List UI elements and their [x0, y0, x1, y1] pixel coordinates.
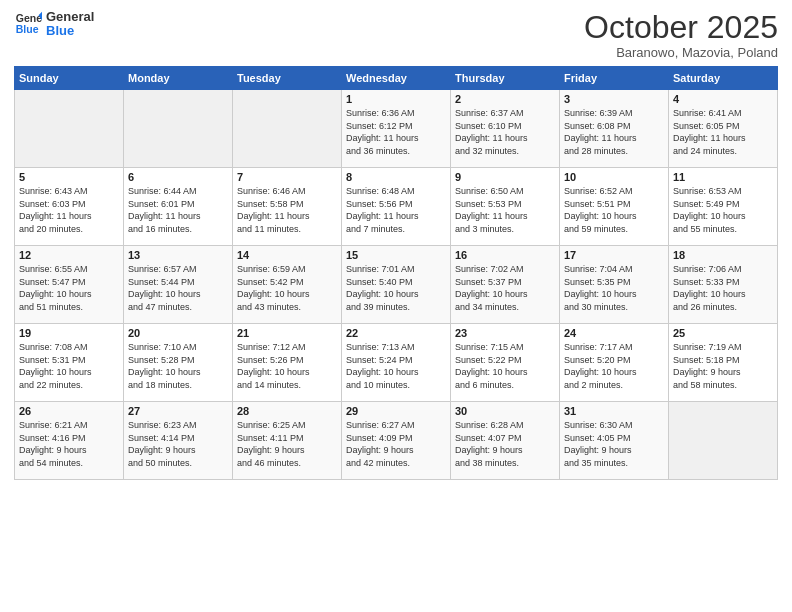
day-number: 1	[346, 93, 446, 105]
day-cell-0-5: 3Sunrise: 6:39 AM Sunset: 6:08 PM Daylig…	[560, 90, 669, 168]
week-row-4: 19Sunrise: 7:08 AM Sunset: 5:31 PM Dayli…	[15, 324, 778, 402]
header: General Blue General Blue October 2025 B…	[14, 10, 778, 60]
day-number: 29	[346, 405, 446, 417]
location: Baranowo, Mazovia, Poland	[584, 45, 778, 60]
day-cell-4-2: 28Sunrise: 6:25 AM Sunset: 4:11 PM Dayli…	[233, 402, 342, 480]
day-info: Sunrise: 7:19 AM Sunset: 5:18 PM Dayligh…	[673, 341, 773, 391]
day-number: 17	[564, 249, 664, 261]
day-info: Sunrise: 6:44 AM Sunset: 6:01 PM Dayligh…	[128, 185, 228, 235]
day-cell-1-5: 10Sunrise: 6:52 AM Sunset: 5:51 PM Dayli…	[560, 168, 669, 246]
day-info: Sunrise: 6:37 AM Sunset: 6:10 PM Dayligh…	[455, 107, 555, 157]
day-cell-2-1: 13Sunrise: 6:57 AM Sunset: 5:44 PM Dayli…	[124, 246, 233, 324]
day-number: 4	[673, 93, 773, 105]
day-number: 21	[237, 327, 337, 339]
day-info: Sunrise: 6:52 AM Sunset: 5:51 PM Dayligh…	[564, 185, 664, 235]
day-number: 25	[673, 327, 773, 339]
day-info: Sunrise: 6:25 AM Sunset: 4:11 PM Dayligh…	[237, 419, 337, 469]
title-block: October 2025 Baranowo, Mazovia, Poland	[584, 10, 778, 60]
day-info: Sunrise: 6:55 AM Sunset: 5:47 PM Dayligh…	[19, 263, 119, 313]
day-number: 6	[128, 171, 228, 183]
day-cell-1-2: 7Sunrise: 6:46 AM Sunset: 5:58 PM Daylig…	[233, 168, 342, 246]
logo: General Blue General Blue	[14, 10, 94, 39]
day-number: 18	[673, 249, 773, 261]
col-tuesday: Tuesday	[233, 67, 342, 90]
logo-icon: General Blue	[14, 10, 42, 38]
day-number: 8	[346, 171, 446, 183]
day-info: Sunrise: 6:53 AM Sunset: 5:49 PM Dayligh…	[673, 185, 773, 235]
week-row-2: 5Sunrise: 6:43 AM Sunset: 6:03 PM Daylig…	[15, 168, 778, 246]
day-number: 11	[673, 171, 773, 183]
day-info: Sunrise: 7:01 AM Sunset: 5:40 PM Dayligh…	[346, 263, 446, 313]
day-number: 20	[128, 327, 228, 339]
week-row-3: 12Sunrise: 6:55 AM Sunset: 5:47 PM Dayli…	[15, 246, 778, 324]
day-number: 10	[564, 171, 664, 183]
logo-text-blue: Blue	[46, 24, 94, 38]
col-monday: Monday	[124, 67, 233, 90]
week-row-5: 26Sunrise: 6:21 AM Sunset: 4:16 PM Dayli…	[15, 402, 778, 480]
svg-text:Blue: Blue	[16, 23, 39, 35]
col-sunday: Sunday	[15, 67, 124, 90]
month-title: October 2025	[584, 10, 778, 45]
day-number: 26	[19, 405, 119, 417]
day-info: Sunrise: 6:30 AM Sunset: 4:05 PM Dayligh…	[564, 419, 664, 469]
day-info: Sunrise: 7:17 AM Sunset: 5:20 PM Dayligh…	[564, 341, 664, 391]
day-number: 2	[455, 93, 555, 105]
day-info: Sunrise: 6:36 AM Sunset: 6:12 PM Dayligh…	[346, 107, 446, 157]
day-info: Sunrise: 7:04 AM Sunset: 5:35 PM Dayligh…	[564, 263, 664, 313]
day-cell-0-0	[15, 90, 124, 168]
day-number: 24	[564, 327, 664, 339]
day-cell-4-3: 29Sunrise: 6:27 AM Sunset: 4:09 PM Dayli…	[342, 402, 451, 480]
day-info: Sunrise: 7:08 AM Sunset: 5:31 PM Dayligh…	[19, 341, 119, 391]
day-number: 15	[346, 249, 446, 261]
day-cell-2-4: 16Sunrise: 7:02 AM Sunset: 5:37 PM Dayli…	[451, 246, 560, 324]
day-info: Sunrise: 6:57 AM Sunset: 5:44 PM Dayligh…	[128, 263, 228, 313]
day-cell-0-1	[124, 90, 233, 168]
col-friday: Friday	[560, 67, 669, 90]
day-cell-2-5: 17Sunrise: 7:04 AM Sunset: 5:35 PM Dayli…	[560, 246, 669, 324]
week-row-1: 1Sunrise: 6:36 AM Sunset: 6:12 PM Daylig…	[15, 90, 778, 168]
day-info: Sunrise: 6:28 AM Sunset: 4:07 PM Dayligh…	[455, 419, 555, 469]
day-info: Sunrise: 6:59 AM Sunset: 5:42 PM Dayligh…	[237, 263, 337, 313]
logo-text-general: General	[46, 10, 94, 24]
day-info: Sunrise: 6:21 AM Sunset: 4:16 PM Dayligh…	[19, 419, 119, 469]
day-info: Sunrise: 6:41 AM Sunset: 6:05 PM Dayligh…	[673, 107, 773, 157]
calendar-table: Sunday Monday Tuesday Wednesday Thursday…	[14, 66, 778, 480]
day-cell-2-0: 12Sunrise: 6:55 AM Sunset: 5:47 PM Dayli…	[15, 246, 124, 324]
day-info: Sunrise: 7:06 AM Sunset: 5:33 PM Dayligh…	[673, 263, 773, 313]
day-number: 9	[455, 171, 555, 183]
day-cell-0-6: 4Sunrise: 6:41 AM Sunset: 6:05 PM Daylig…	[669, 90, 778, 168]
day-cell-1-3: 8Sunrise: 6:48 AM Sunset: 5:56 PM Daylig…	[342, 168, 451, 246]
col-thursday: Thursday	[451, 67, 560, 90]
day-info: Sunrise: 7:02 AM Sunset: 5:37 PM Dayligh…	[455, 263, 555, 313]
day-cell-1-4: 9Sunrise: 6:50 AM Sunset: 5:53 PM Daylig…	[451, 168, 560, 246]
day-cell-2-3: 15Sunrise: 7:01 AM Sunset: 5:40 PM Dayli…	[342, 246, 451, 324]
day-info: Sunrise: 6:43 AM Sunset: 6:03 PM Dayligh…	[19, 185, 119, 235]
day-cell-3-5: 24Sunrise: 7:17 AM Sunset: 5:20 PM Dayli…	[560, 324, 669, 402]
day-cell-4-4: 30Sunrise: 6:28 AM Sunset: 4:07 PM Dayli…	[451, 402, 560, 480]
day-info: Sunrise: 7:15 AM Sunset: 5:22 PM Dayligh…	[455, 341, 555, 391]
day-cell-0-3: 1Sunrise: 6:36 AM Sunset: 6:12 PM Daylig…	[342, 90, 451, 168]
day-info: Sunrise: 7:13 AM Sunset: 5:24 PM Dayligh…	[346, 341, 446, 391]
day-cell-1-1: 6Sunrise: 6:44 AM Sunset: 6:01 PM Daylig…	[124, 168, 233, 246]
day-number: 31	[564, 405, 664, 417]
day-cell-2-2: 14Sunrise: 6:59 AM Sunset: 5:42 PM Dayli…	[233, 246, 342, 324]
day-info: Sunrise: 6:23 AM Sunset: 4:14 PM Dayligh…	[128, 419, 228, 469]
col-wednesday: Wednesday	[342, 67, 451, 90]
day-cell-4-0: 26Sunrise: 6:21 AM Sunset: 4:16 PM Dayli…	[15, 402, 124, 480]
day-number: 13	[128, 249, 228, 261]
day-number: 22	[346, 327, 446, 339]
day-number: 19	[19, 327, 119, 339]
day-info: Sunrise: 6:39 AM Sunset: 6:08 PM Dayligh…	[564, 107, 664, 157]
day-info: Sunrise: 7:12 AM Sunset: 5:26 PM Dayligh…	[237, 341, 337, 391]
day-number: 12	[19, 249, 119, 261]
page-container: General Blue General Blue October 2025 B…	[0, 0, 792, 486]
day-cell-2-6: 18Sunrise: 7:06 AM Sunset: 5:33 PM Dayli…	[669, 246, 778, 324]
day-info: Sunrise: 6:27 AM Sunset: 4:09 PM Dayligh…	[346, 419, 446, 469]
day-info: Sunrise: 6:50 AM Sunset: 5:53 PM Dayligh…	[455, 185, 555, 235]
day-cell-0-2	[233, 90, 342, 168]
day-cell-4-5: 31Sunrise: 6:30 AM Sunset: 4:05 PM Dayli…	[560, 402, 669, 480]
day-cell-0-4: 2Sunrise: 6:37 AM Sunset: 6:10 PM Daylig…	[451, 90, 560, 168]
day-info: Sunrise: 6:48 AM Sunset: 5:56 PM Dayligh…	[346, 185, 446, 235]
day-number: 16	[455, 249, 555, 261]
day-cell-3-1: 20Sunrise: 7:10 AM Sunset: 5:28 PM Dayli…	[124, 324, 233, 402]
